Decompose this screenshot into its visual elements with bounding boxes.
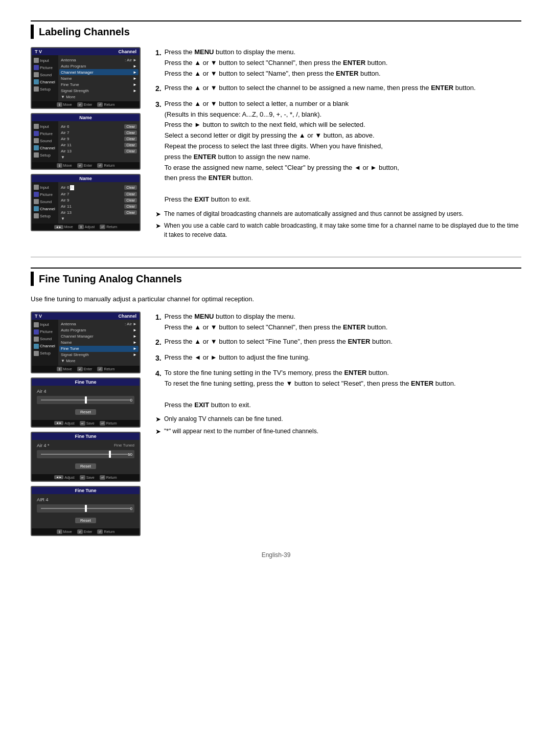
ft-screen3-header: Fine Tune [32, 433, 140, 440]
labeling-step3: 3. Press the ▲ or ▼ button to select a l… [155, 99, 521, 205]
labeling-screen2-footer: ⇕ Move ↵ Enter ⏎ Return [32, 162, 140, 169]
labeling-step1: 1. Press the MENU button to display the … [155, 47, 521, 79]
ft-screen2: Fine Tune Air 4 0 Reset ◄► Adjust [31, 377, 141, 428]
page-number: English-39 [262, 551, 291, 559]
ft-s4-return: ⏎ Return [97, 529, 114, 534]
ft-s1-input: Input [32, 321, 58, 328]
ft-screen1-right: Channel [118, 314, 136, 319]
labeling-title: Labeling Channels [39, 26, 130, 38]
labeling-screen1-sidebar: Input Picture Sound Channel [32, 55, 58, 101]
ft-screen4-footer: ⇕ Move ↵ Enter ⏎ Return [32, 528, 140, 535]
ft-step1: 1. Press the MENU button to display the … [155, 312, 521, 333]
s2-footer-return: ⏎ Return [97, 163, 114, 168]
ft-screen3: Fine Tune Air 4 *Fine Tuned 10 Reset [31, 432, 141, 482]
labeling-screen3-sidebar: Input Picture Sound Channel [32, 182, 58, 224]
labeling-screen3-body: Input Picture Sound Channel [32, 182, 140, 224]
ft-s3-adjust: ◄► Adjust [54, 475, 74, 480]
s2-channel-icon [34, 145, 39, 150]
ft-menu-signal-strength: Signal Strength► [61, 352, 137, 358]
ft-screen4-channel: AIR 4 [37, 497, 134, 502]
labeling-note2: ➤ When you use a cable card to watch cab… [155, 221, 521, 239]
sidebar-sound: Sound [32, 71, 58, 78]
menu-channel-manager: Channel Manager► [59, 69, 139, 75]
ft-s3-save: ↵ Save [80, 475, 95, 480]
menu-signal-strength: Signal Strength► [61, 87, 137, 94]
ft-screen2-reset-btn[interactable]: Reset [75, 409, 96, 415]
fine-tuning-description: Use fine tuning to manually adjust a par… [31, 294, 521, 304]
ft-menu-fine-tune: Fine Tune► [59, 346, 139, 352]
labeling-screen3: Name Input Picture Sound [31, 174, 141, 231]
name-row-air13: Air 13Clear [61, 148, 137, 154]
ft-screen1-header: T V Channel [32, 313, 140, 320]
s3-sound-icon [34, 199, 39, 204]
fine-tuning-steps-list: 1. Press the MENU button to display the … [155, 312, 521, 411]
name-row-down: ▼ [61, 154, 137, 160]
sidebar-channel: Channel [32, 78, 58, 85]
labeling-screen2-main: Air 6Clear Air 7Clear Air 9Clear Air 11C… [58, 121, 140, 162]
ft-note2: ➤ "*" will appear next to the number of … [155, 427, 521, 437]
s3-footer-move: ◄► Move [54, 225, 73, 229]
ft-screen2-footer: ◄► Adjust ↵ Save ⏎ Return [32, 420, 140, 427]
s2-input: Input [32, 123, 58, 130]
ft-menu-auto-program: Auto Program► [61, 327, 137, 333]
section-divider [31, 257, 521, 257]
footer-enter: ↵ Enter [77, 102, 93, 107]
ft-screen1: T V Channel Input Picture [31, 312, 141, 373]
s3-input-icon [34, 185, 39, 190]
s2-footer-move: ⇕ Move [57, 163, 72, 168]
labeling-screen1-body: Input Picture Sound Channel [32, 55, 140, 101]
labeling-notes: ➤ The names of digital broadcasting chan… [155, 209, 521, 240]
labeling-screen1-footer: ⇕ Move ↵ Enter ⏎ Return [32, 101, 140, 108]
labeling-content: T V Channel Input Picture [31, 47, 521, 241]
ft-screen3-footer: ◄► Adjust ↵ Save ⏎ Return [32, 474, 140, 481]
ft-screen2-header: Fine Tune [32, 379, 140, 386]
s3-row-air7: Air 7Clear [61, 191, 137, 197]
labeling-screen1-header: T V Channel [32, 48, 140, 55]
labeling-screen3-main: Air 6 A Clear Air 7Clear Air 9Clear [58, 182, 140, 224]
labeling-note1: ➤ The names of digital broadcasting chan… [155, 209, 521, 219]
labeling-screen2-body: Input Picture Sound Channel [32, 121, 140, 162]
ft-s1-setup: Setup [32, 350, 58, 357]
s3-row-down: ▼ [61, 215, 137, 221]
ft-s1-move: ⇕ Move [57, 367, 72, 371]
ft-s1-setup-icon [34, 351, 39, 356]
ft-menu-more: ▼ More [61, 358, 137, 364]
labeling-steps-list: 1. Press the MENU button to display the … [155, 47, 521, 205]
ft-s1-sound: Sound [32, 336, 58, 343]
ft-screen4-reset-btn[interactable]: Reset [75, 518, 96, 523]
ft-s1-channel: Channel [32, 343, 58, 350]
ft-screen4-slider: 0 [37, 504, 134, 513]
page-footer: English-39 [31, 551, 521, 559]
ft-s1-input-icon [34, 322, 39, 327]
ft-menu-antenna: Antenna: Air ► [61, 321, 137, 327]
labeling-instructions: 1. Press the MENU button to display the … [155, 47, 521, 241]
ft-screen2-value: 0 [130, 397, 132, 402]
ft-screen2-channel: Air 4 [37, 389, 134, 394]
s3-channel-icon [34, 206, 39, 211]
ft-screen1-main: Antenna: Air ► Auto Program► Channel Man… [58, 320, 140, 366]
ft-screen3-reset-btn[interactable]: Reset [75, 463, 96, 469]
menu-more: ▼ More [61, 94, 137, 100]
labeling-screen2-header: Name [32, 114, 140, 121]
footer-return: ⏎ Return [97, 102, 114, 107]
ft-screen2-thumb [85, 396, 87, 404]
s3-channel: Channel [32, 205, 58, 212]
labeling-screen3-footer: ◄► Move ⇕ Adjust ⏎ Return [32, 224, 140, 230]
ft-s1-enter: ↵ Enter [77, 367, 93, 371]
ft-screen4-value: 0 [130, 506, 132, 510]
menu-name: Name► [61, 75, 137, 81]
labeling-header: Labeling Channels [31, 20, 521, 39]
ft-screen4-reset-row: Reset [37, 516, 134, 523]
labeling-step2: 2. Press the ▲ or ▼ button to select the… [155, 83, 521, 94]
name-row-air11: Air 11Clear [61, 142, 137, 148]
labeling-screenshots: T V Channel Input Picture [31, 47, 143, 241]
s3-setup-icon [34, 213, 39, 218]
ft-screen4-thumb [85, 505, 87, 512]
fine-tuning-notes: ➤ Only analog TV channels can be fine tu… [155, 414, 521, 436]
channel-icon [34, 79, 39, 84]
labeling-screen1-title-right: Channel [118, 49, 136, 54]
ft-screen3-track [41, 454, 130, 455]
ft-s1-channel-icon [34, 344, 39, 349]
ft-screen2-body: Air 4 0 Reset [32, 386, 140, 420]
ft-screen3-body: Air 4 *Fine Tuned 10 Reset [32, 440, 140, 474]
